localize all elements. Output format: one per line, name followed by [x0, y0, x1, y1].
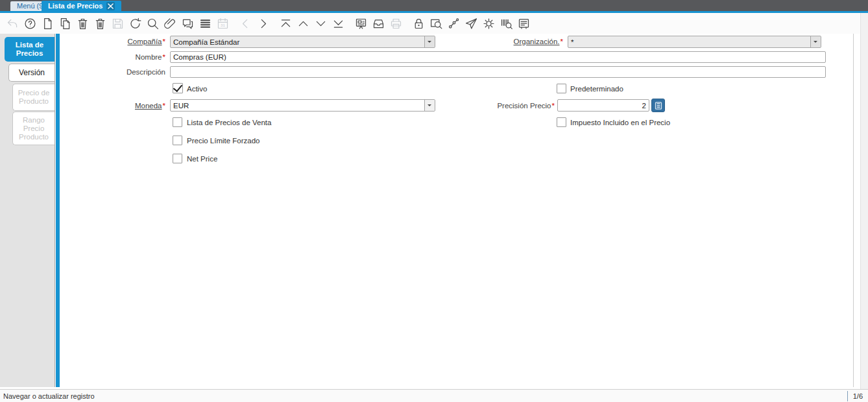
- sidebar-tab-version[interactable]: Versión: [8, 64, 54, 82]
- name-input[interactable]: [171, 52, 825, 62]
- enforce-price-limit-checkbox[interactable]: [173, 136, 182, 145]
- copy-record-icon[interactable]: [58, 16, 73, 31]
- required-mark: *: [163, 38, 165, 45]
- archive-icon[interactable]: [371, 16, 386, 31]
- next-record-icon[interactable]: [256, 16, 271, 31]
- status-message: Navegar o actualizar registro: [0, 392, 847, 400]
- tab-lista-de-precios[interactable]: Lista de Precios: [42, 1, 121, 11]
- new-record-icon[interactable]: [40, 16, 55, 31]
- required-mark: *: [561, 38, 563, 45]
- name-field[interactable]: [170, 51, 826, 63]
- description-label: Descripción: [62, 68, 165, 76]
- last-record-icon[interactable]: [331, 16, 346, 31]
- company-combobox[interactable]: [170, 36, 435, 48]
- delete-selection-icon[interactable]: [93, 16, 108, 31]
- first-record-icon[interactable]: [278, 16, 293, 31]
- organization-label[interactable]: Organización.*: [459, 38, 563, 45]
- sales-price-list-label: Lista de Precios de Venta: [187, 119, 271, 126]
- delete-record-icon[interactable]: [75, 16, 90, 31]
- net-price-label: Net Price: [187, 155, 217, 163]
- currency-combobox[interactable]: [170, 99, 435, 112]
- calculator-icon: [655, 102, 662, 110]
- sidebar-tab-precio-de-producto: Precio de Producto: [12, 84, 54, 111]
- content-edge: [853, 34, 854, 387]
- organization-value[interactable]: [568, 36, 821, 47]
- tax-included-checkbox[interactable]: [557, 117, 566, 127]
- company-label[interactable]: Compañía*: [62, 38, 165, 45]
- tax-included-label: Impuesto Incluido en el Precio: [570, 119, 670, 126]
- price-precision-field[interactable]: [557, 99, 649, 112]
- sales-price-list-checkbox[interactable]: [173, 117, 182, 127]
- window-tab-strip: Menú (9) Lista de Precios: [0, 0, 868, 11]
- description-input[interactable]: [171, 67, 825, 77]
- record-position: 1/6: [847, 391, 867, 401]
- calculator-button[interactable]: [651, 99, 665, 112]
- company-value[interactable]: [171, 36, 435, 47]
- sidebar-tab-lista-de-precios[interactable]: Lista de Precios: [5, 37, 54, 62]
- active-checkbox[interactable]: [173, 83, 183, 93]
- enforce-price-limit-label: Precio Límite Forzado: [187, 137, 260, 145]
- vertical-scrollbar[interactable]: [860, 13, 868, 389]
- toolbar: 31: [0, 13, 868, 34]
- zoom-across-icon[interactable]: [429, 16, 444, 31]
- close-tab-icon[interactable]: [106, 2, 115, 10]
- workflow-icon[interactable]: [446, 16, 461, 31]
- undo-icon[interactable]: [5, 16, 20, 31]
- report-icon[interactable]: [354, 16, 368, 31]
- required-mark: *: [163, 102, 165, 110]
- send-icon[interactable]: [464, 16, 479, 31]
- print-icon[interactable]: [389, 16, 404, 31]
- find-icon[interactable]: [145, 16, 160, 31]
- tab-lista-de-precios-label: Lista de Precios: [48, 1, 102, 11]
- price-list-window: Menú (9) Lista de Precios 31: [0, 0, 868, 402]
- price-precision-label: Precisión Precio*: [451, 102, 555, 110]
- required-mark: *: [163, 53, 165, 61]
- calendar-icon[interactable]: 31: [215, 16, 230, 31]
- default-checkbox[interactable]: [557, 84, 566, 93]
- active-label: Activo: [187, 85, 207, 93]
- required-mark: *: [552, 102, 555, 110]
- tab-sidebar: Lista de Precios Versión Precio de Produ…: [0, 34, 55, 387]
- previous-record-icon[interactable]: [238, 16, 253, 31]
- sidebar-tab-label: Precio de Producto: [16, 89, 52, 106]
- organization-combobox[interactable]: [568, 36, 821, 48]
- chevron-down-icon[interactable]: [810, 36, 821, 47]
- help-icon[interactable]: [23, 16, 38, 31]
- sidebar-tab-label: Lista de Precios: [7, 41, 52, 58]
- name-label: Nombre*: [62, 53, 165, 61]
- chevron-down-icon[interactable]: [424, 100, 435, 111]
- chevron-down-icon[interactable]: [424, 36, 435, 47]
- attachment-icon[interactable]: [163, 16, 178, 31]
- refresh-icon[interactable]: [128, 16, 143, 31]
- net-price-checkbox[interactable]: [173, 154, 182, 163]
- svg-text:31: 31: [221, 23, 225, 27]
- status-bar: Navegar o actualizar registro 1/6: [0, 389, 868, 402]
- default-label: Predeterminado: [570, 85, 623, 93]
- detail-record-icon[interactable]: [313, 16, 328, 31]
- save-icon[interactable]: [110, 16, 125, 31]
- sidebar-tab-label: Rango Precio Producto: [16, 116, 52, 141]
- preferences-icon[interactable]: [481, 16, 496, 31]
- chat-icon[interactable]: [180, 16, 195, 31]
- grid-toggle-icon[interactable]: [198, 16, 213, 31]
- lock-icon[interactable]: [411, 16, 426, 31]
- report-window-icon[interactable]: [516, 16, 531, 31]
- sidebar-tab-label: Versión: [19, 69, 45, 77]
- sidebar-tab-rango-precio-producto: Rango Precio Producto: [12, 112, 54, 145]
- price-precision-input[interactable]: [558, 100, 649, 111]
- barcode-reader-icon[interactable]: [499, 16, 514, 31]
- currency-value[interactable]: [171, 100, 435, 111]
- parent-record-icon[interactable]: [296, 16, 311, 31]
- description-field[interactable]: [170, 66, 826, 78]
- currency-label[interactable]: Moneda*: [62, 102, 165, 110]
